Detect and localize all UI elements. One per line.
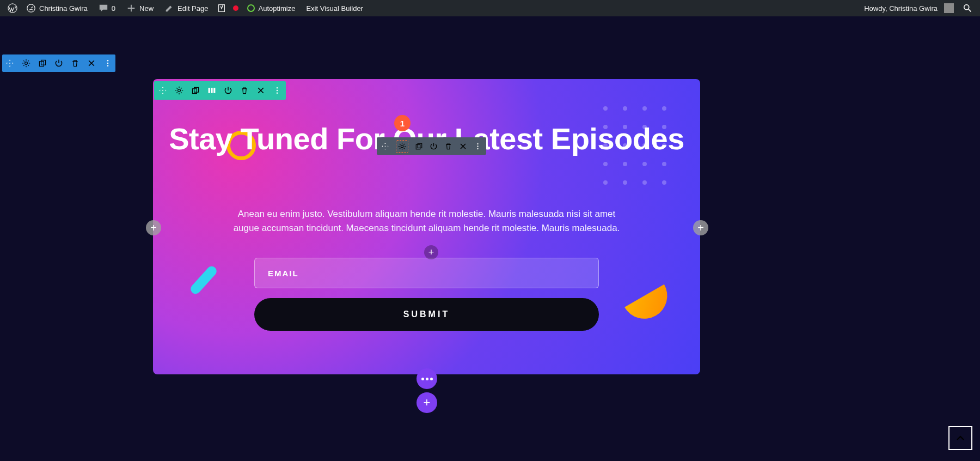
status-indicator[interactable]: [230, 0, 242, 16]
section-settings-button[interactable]: [22, 59, 30, 68]
pencil-icon: [164, 3, 174, 13]
close-icon: [87, 59, 96, 68]
module-toolbar: [377, 137, 486, 155]
duplicate-icon: [415, 142, 423, 150]
section-duplicate-button[interactable]: [38, 59, 47, 68]
avatar: [944, 3, 954, 13]
module-close-button[interactable]: [459, 142, 467, 150]
power-icon: [54, 59, 63, 68]
row-move-handle[interactable]: [158, 86, 167, 95]
section-toolbar: [2, 54, 115, 72]
row-more-button[interactable]: [273, 86, 281, 95]
autoptimize-menu[interactable]: Autoptimize: [242, 0, 301, 16]
autoptimize-icon: [247, 4, 255, 12]
power-icon: [224, 86, 232, 95]
add-module-button[interactable]: +: [424, 245, 438, 259]
hero-paragraph: Anean eu enim justo. Vestibulum aliquam …: [224, 207, 629, 236]
edit-page-label: Edit Page: [177, 4, 208, 13]
edit-page-link[interactable]: Edit Page: [159, 0, 213, 16]
module-more-button[interactable]: [474, 142, 482, 150]
module-save-button[interactable]: [430, 142, 438, 150]
comments-count: 0: [112, 4, 115, 13]
yoast-icon: [217, 3, 226, 13]
plus-icon: +: [150, 222, 157, 234]
yoast-menu[interactable]: [213, 0, 230, 16]
trash-icon: [71, 59, 79, 68]
plus-icon: +: [424, 396, 431, 410]
more-icon: [474, 142, 482, 150]
site-name-menu[interactable]: Christina Gwira: [21, 0, 93, 16]
back-to-top-button[interactable]: [948, 426, 972, 450]
duplicate-icon: [191, 86, 200, 95]
row-save-button[interactable]: [224, 86, 232, 95]
autoptimize-label: Autoptimize: [258, 4, 295, 13]
decorative-pill-icon: [189, 264, 219, 296]
signup-form: SUBMIT: [254, 258, 599, 331]
row-settings-button[interactable]: [175, 86, 183, 95]
more-icon: [273, 86, 281, 95]
section-more-button[interactable]: [103, 59, 112, 68]
my-account-menu[interactable]: Howdy, Christina Gwira: [859, 0, 959, 16]
comment-icon: [99, 3, 108, 13]
gear-icon: [22, 59, 30, 68]
dots-icon: [421, 378, 433, 380]
row-close-button[interactable]: [256, 86, 265, 95]
add-section-before-button[interactable]: +: [146, 220, 161, 235]
module-duplicate-button[interactable]: [415, 142, 423, 150]
row-delete-button[interactable]: [240, 86, 249, 95]
admin-search-button[interactable]: [959, 3, 976, 13]
power-icon: [430, 142, 438, 150]
site-name-label: Christina Gwira: [39, 4, 88, 13]
chevron-up-icon: [955, 433, 966, 444]
row-columns-button[interactable]: [207, 86, 216, 95]
add-section-after-button[interactable]: +: [693, 220, 708, 235]
gear-icon: [398, 142, 406, 150]
wordpress-icon: [8, 3, 17, 13]
dashboard-icon: [26, 3, 36, 13]
gear-icon: [175, 86, 183, 95]
wp-logo-menu[interactable]: [4, 0, 21, 16]
plus-icon: [126, 3, 136, 13]
plus-icon: +: [697, 222, 704, 234]
divi-add-section-button[interactable]: +: [416, 392, 437, 413]
close-icon: [256, 86, 265, 95]
duplicate-icon: [38, 59, 47, 68]
decorative-semicircle-icon: [624, 284, 676, 327]
section-move-handle[interactable]: [5, 59, 14, 68]
trash-icon: [444, 142, 452, 150]
divi-page-settings-button[interactable]: [416, 368, 437, 389]
more-icon: [103, 59, 112, 68]
wp-admin-bar: Christina Gwira 0 New Edit Page Autoptim…: [0, 0, 980, 16]
module-delete-button[interactable]: [444, 142, 452, 150]
module-move-handle[interactable]: [381, 142, 389, 150]
submit-button[interactable]: SUBMIT: [254, 298, 599, 331]
search-icon: [963, 3, 972, 13]
section-close-button[interactable]: [87, 59, 96, 68]
move-icon: [381, 142, 389, 150]
hero-section: Stay Tuned For Our Latest Episodes Anean…: [153, 79, 700, 374]
section-save-button[interactable]: [54, 59, 63, 68]
email-field[interactable]: [254, 258, 599, 288]
section-delete-button[interactable]: [71, 59, 79, 68]
module-settings-button[interactable]: [396, 140, 408, 153]
close-icon: [459, 142, 467, 150]
record-dot-icon: [233, 5, 238, 11]
move-icon: [5, 59, 14, 68]
tutorial-callout-badge: 1: [394, 115, 411, 131]
exit-visual-builder-link[interactable]: Exit Visual Builder: [301, 0, 369, 16]
row-duplicate-button[interactable]: [191, 86, 200, 95]
row-toolbar: [154, 81, 286, 100]
trash-icon: [240, 86, 249, 95]
move-icon: [158, 86, 167, 95]
comments-menu[interactable]: 0: [93, 0, 121, 16]
columns-icon: [207, 86, 216, 95]
new-label: New: [139, 4, 154, 13]
exit-vb-label: Exit Visual Builder: [306, 4, 363, 13]
plus-icon: +: [428, 247, 434, 258]
howdy-label: Howdy, Christina Gwira: [864, 4, 938, 13]
new-content-menu[interactable]: New: [121, 0, 159, 16]
